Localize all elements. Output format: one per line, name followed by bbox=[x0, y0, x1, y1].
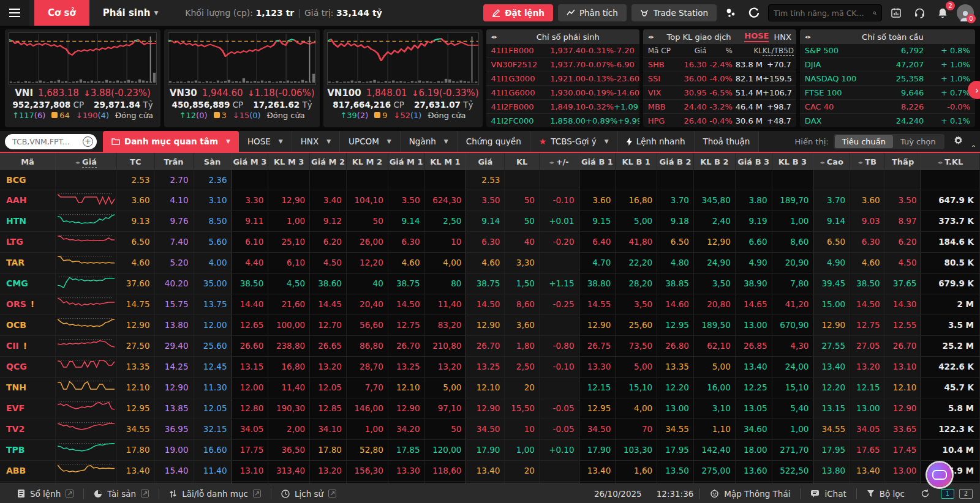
stock-symbol[interactable]: OCB bbox=[0, 315, 55, 335]
column-header-kl-b-2[interactable]: KL B 2 bbox=[693, 153, 735, 170]
column-header-kl-b-1[interactable]: KL B 1 bbox=[616, 153, 657, 170]
watchlist-tab-upcom[interactable]: UPCOM▼ bbox=[340, 131, 401, 152]
column-header-cao[interactable]: ◂▸Cao bbox=[813, 153, 850, 170]
stock-symbol[interactable]: BCG bbox=[0, 170, 55, 190]
column-header-kl-m-3[interactable]: KL M 3 bbox=[268, 153, 310, 170]
column-header-kl-m-2[interactable]: KL M 2 bbox=[346, 153, 388, 170]
column-header-+--[interactable]: ◂▸+/- bbox=[539, 153, 579, 170]
stock-symbol[interactable]: CMG bbox=[0, 273, 55, 294]
stock-symbol[interactable]: QCG bbox=[0, 356, 55, 377]
global-index-row[interactable]: FTSE 1009,646+ 0.7% bbox=[800, 86, 975, 100]
stock-row-ABB[interactable]: ABB13.4015.4011.4013.10313,4013.20156,30… bbox=[0, 460, 980, 481]
stock-row-TPB[interactable]: TPB17.8019.0016.6017.7536,5017.8052,8017… bbox=[0, 439, 980, 460]
global-index-row[interactable]: NASDAQ 10025,358+ 1.0% bbox=[800, 72, 975, 86]
stock-symbol[interactable]: TAR bbox=[0, 252, 55, 273]
column-header-tb[interactable]: ◂▸TB bbox=[850, 153, 885, 170]
exchange-tab-hose[interactable]: HOSE bbox=[744, 31, 769, 42]
watchlist-tab-tcbs-g-i-[interactable]: ★TCBS-Gợi ý▼ bbox=[530, 131, 618, 152]
ticker-input[interactable] bbox=[12, 137, 83, 146]
display-option-custom[interactable]: Tuỳ chọn bbox=[893, 135, 943, 148]
notifications-bell[interactable]: 2 bbox=[933, 4, 952, 22]
screen-toggle-1[interactable]: 1 bbox=[941, 489, 954, 499]
community-icon[interactable] bbox=[722, 4, 740, 22]
footer-item-clock[interactable]: Lịch sử↗ bbox=[271, 484, 346, 503]
footer-item-updown[interactable]: Lãi/lỗ danh mục↗ bbox=[159, 484, 271, 503]
search-icon[interactable] bbox=[873, 9, 876, 17]
column-header-kl[interactable]: KL bbox=[505, 153, 540, 170]
stock-symbol[interactable]: HTN bbox=[0, 211, 55, 231]
index-card-vni[interactable]: VNI1,683.18↓3.88(-0.23%)952,237,808 CP29… bbox=[5, 29, 160, 127]
column-header-gi-m-1[interactable]: Giá M 1 bbox=[388, 153, 424, 170]
add-ticker-icon[interactable]: + bbox=[83, 136, 93, 147]
stock-row-HTN[interactable]: HTN9.139.768.509.111,009.12509.142,509.1… bbox=[0, 211, 980, 231]
market-tab-cash[interactable]: Cơ sở bbox=[34, 0, 89, 26]
stock-row-CII[interactable]: CII!27.5029.4025.6026.60238,8026.6586,80… bbox=[0, 335, 980, 356]
stock-symbol[interactable]: AAH bbox=[0, 190, 55, 211]
stock-symbol[interactable]: TPB bbox=[0, 439, 55, 460]
trade-station-button[interactable]: Trade Station bbox=[631, 4, 717, 21]
watchlist-tab-l-nh-nhanh[interactable]: Lệnh nhanh bbox=[618, 131, 695, 152]
column-header-gi-b-3[interactable]: Giá B 3 bbox=[735, 153, 772, 170]
column-header-s-n[interactable]: Sàn bbox=[193, 153, 232, 170]
stock-row-BCG[interactable]: BCG2.532.702.362.53 bbox=[0, 170, 980, 190]
column-header-gi-[interactable]: Giá bbox=[466, 153, 505, 170]
filter-button[interactable]: Bộ lọc bbox=[857, 489, 914, 499]
settings-gear-icon[interactable] bbox=[953, 135, 963, 148]
global-index-row[interactable]: DJIA47,207+ 1.0% bbox=[800, 58, 975, 72]
column-header-tc[interactable]: TC bbox=[117, 153, 154, 170]
top-volume-row[interactable]: MBB24.40-3.2%46.4 M+98.7 bbox=[643, 100, 796, 114]
stock-symbol[interactable]: CII! bbox=[0, 335, 55, 356]
stock-row-CMG[interactable]: CMG37.6040.2035.0038.504,5038.604038.758… bbox=[0, 273, 980, 294]
watchlist-tab-ch-ng-quy-n[interactable]: Chứng quyền bbox=[458, 131, 530, 152]
column-header-gi-b-2[interactable]: Giá B 2 bbox=[657, 153, 694, 170]
ai-assistant-floating-button[interactable] bbox=[927, 463, 952, 487]
column-header-kl-b-3[interactable]: KL B 3 bbox=[772, 153, 813, 170]
derivative-row[interactable]: 41I2FB0001,849.10-0.32%+1.09 bbox=[486, 100, 639, 114]
stock-row-OCB[interactable]: OCB12.9013.8012.0012.65100,0012.7056,601… bbox=[0, 315, 980, 335]
market-tab-derivatives[interactable]: Phái sinh▼ bbox=[89, 0, 172, 26]
top-volume-row[interactable]: VIX30.95-6.5%51.4 M+106.7 bbox=[643, 86, 796, 100]
global-index-row[interactable]: DAX24,240+ 0.1% bbox=[800, 114, 975, 127]
ichat-button[interactable]: iChat bbox=[801, 489, 856, 499]
stock-symbol[interactable]: ABB bbox=[0, 460, 55, 481]
place-order-button[interactable]: Đặt lệnh bbox=[483, 4, 553, 21]
stock-row-LTG[interactable]: LTG6.507.405.606.1025,106.2026,006.30106… bbox=[0, 231, 980, 252]
top-volume-row[interactable]: SSI36.00-4.0%82.1 M+159.5 bbox=[643, 72, 796, 86]
top-volume-row[interactable]: HPG26.40-0.4%30.6 M+48.7 bbox=[643, 114, 796, 127]
stock-symbol[interactable]: LTG bbox=[0, 231, 55, 252]
display-option-standard[interactable]: Tiêu chuẩn bbox=[835, 135, 893, 148]
column-header-gi-b-1[interactable]: Giá B 1 bbox=[579, 153, 616, 170]
derivative-row[interactable]: 41I1G60001,930.00-0.19%-14.60 bbox=[486, 86, 639, 100]
column-header-m-[interactable]: Mã bbox=[0, 153, 55, 170]
derivative-row[interactable]: 41I1G30001,921.00-0.13%-23.60 bbox=[486, 72, 639, 86]
stock-row-ORS[interactable]: ORS!14.7515.7513.7514.4021,6014.4520,401… bbox=[0, 294, 980, 315]
global-index-row[interactable]: S&P 5006,792+ 0.8% bbox=[800, 44, 975, 58]
derivative-row[interactable]: 41I1FB0001,937.40-0.31%-7.20 bbox=[486, 44, 639, 58]
watchlist-tab-hose[interactable]: HOSE▼ bbox=[239, 131, 292, 152]
column-header-gi-m-2[interactable]: Giá M 2 bbox=[310, 153, 347, 170]
watchlist-tab-danh-m-c-quan-t-m[interactable]: Danh mục quan tâm▼ bbox=[103, 131, 239, 152]
menu-icon[interactable] bbox=[0, 0, 29, 26]
calendar-icon[interactable] bbox=[887, 4, 905, 22]
column-header-th-p[interactable]: Thấp bbox=[884, 153, 921, 170]
top-volume-row[interactable]: SHB16.30-2.4%83.8 M+70.7 bbox=[643, 58, 796, 72]
column-header-gi-[interactable]: ◂▸Giá bbox=[55, 153, 116, 170]
column-header-t-kl[interactable]: ◂▸T.KL bbox=[921, 153, 980, 170]
stock-symbol[interactable]: TNH bbox=[0, 377, 55, 398]
stock-symbol[interactable]: EVF bbox=[0, 398, 55, 419]
column-header-tr-n[interactable]: Trần bbox=[154, 153, 193, 170]
stock-symbol[interactable]: ORS! bbox=[0, 294, 55, 315]
watchlist-tab-ng-nh[interactable]: Ngành▼ bbox=[401, 131, 458, 152]
column-header-kl-m-1[interactable]: KL M 1 bbox=[424, 153, 466, 170]
panel-nav-arrows-icon[interactable]: ◂▸ bbox=[805, 34, 812, 40]
index-card-vn100[interactable]: VN1001,848.01↓6.19(-0.33%)817,664,216 CP… bbox=[323, 29, 482, 127]
footer-item-doc[interactable]: Sổ lệnh↗ bbox=[7, 484, 83, 503]
watchlist-tab-tho-thu-n[interactable]: Thoả thuận bbox=[695, 131, 760, 152]
analysis-button[interactable]: Phân tích bbox=[558, 4, 627, 21]
derivative-row[interactable]: VN30F25121,937.70-0.07%-6.90 bbox=[486, 58, 639, 72]
refresh-button[interactable] bbox=[914, 489, 936, 498]
footer-item-pie[interactable]: Tài sản↗ bbox=[84, 484, 159, 503]
derivative-row[interactable]: 41I2FC0001,858.00+0.89%+9.99 bbox=[486, 114, 639, 127]
reload-circle-icon[interactable] bbox=[745, 4, 763, 22]
stock-row-QCG[interactable]: QCG13.3514.2512.4513.1516,8013.2028,7013… bbox=[0, 356, 980, 377]
